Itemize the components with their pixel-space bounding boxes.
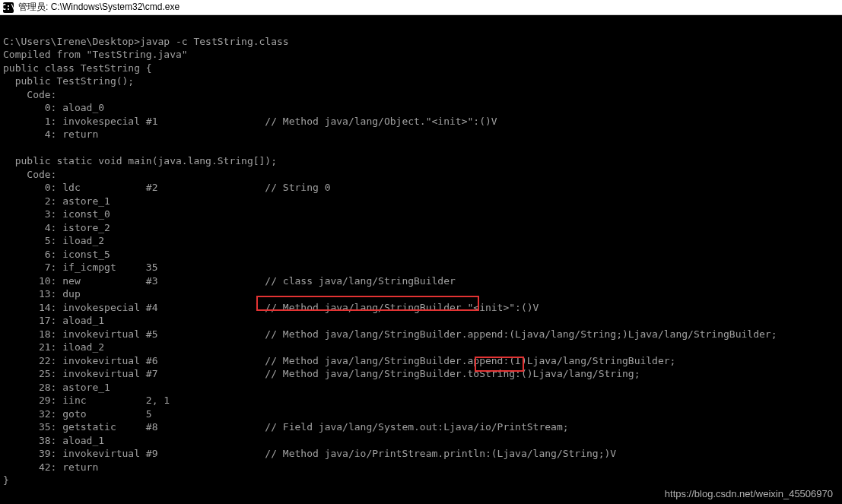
title-bar: C:\ 管理员: C:\Windows\System32\cmd.exe	[0, 0, 842, 15]
watermark: https://blog.csdn.net/weixin_45506970	[665, 488, 833, 499]
window-title: 管理员: C:\Windows\System32\cmd.exe	[18, 1, 180, 14]
terminal-output[interactable]: C:\Users\Irene\Desktop>javap -c TestStri…	[0, 15, 842, 490]
cmd-icon: C:\	[3, 2, 14, 13]
